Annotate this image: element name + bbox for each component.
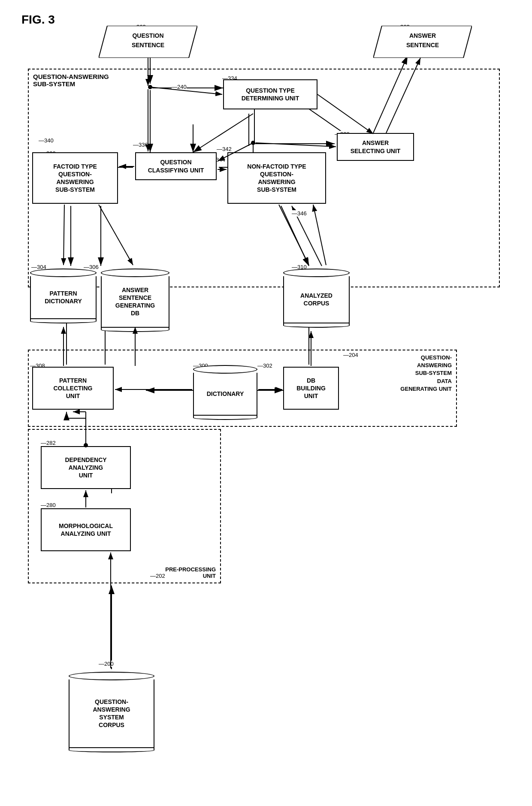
figure-label: FIG. 3: [21, 13, 55, 27]
morphological-analyzing-unit: MORPHOLOGICALANALYZING UNIT: [41, 508, 131, 551]
pattern-dictionary: PATTERNDICTIONARY: [30, 266, 97, 326]
qa-corpus: QUESTION-ANSWERINGSYSTEMCORPUS: [69, 669, 154, 755]
diagram: FIG. 3: [0, 0, 532, 806]
dependency-analyzing-unit: DEPENDENCYANALYZINGUNIT: [41, 446, 131, 489]
answer-sentence-box: ANSWER SENTENCE: [373, 26, 472, 58]
answer-selecting-unit: ANSWERSELECTING UNIT: [337, 133, 414, 161]
svg-text:SENTENCE: SENTENCE: [406, 42, 439, 48]
answer-sentence-db: ANSWERSENTENCEGENERATINGDB: [101, 266, 169, 335]
svg-text:ANSWER: ANSWER: [409, 32, 436, 39]
question-type-determining-unit: QUESTION TYPEDETERMINING UNIT: [223, 79, 317, 109]
dot-240: [148, 85, 152, 89]
ref-200: —200: [99, 661, 114, 667]
dictionary: DICTIONARY: [193, 362, 257, 423]
pattern-collecting-unit: PATTERNCOLLECTINGUNIT: [32, 367, 114, 410]
qa-data-generating-label: QUESTION-ANSWERINGSUB-SYSTEMDATAGENERATI…: [400, 354, 452, 393]
svg-text:SENTENCE: SENTENCE: [132, 42, 164, 48]
svg-text:QUESTION: QUESTION: [132, 32, 163, 39]
non-factoid-qa-subsystem: NON-FACTOID TYPEQUESTION-ANSWERINGSUB-SY…: [227, 152, 326, 204]
analyzed-corpus: ANALYZEDCORPUS: [283, 266, 350, 330]
pre-processing-label: PRE-PROCESSINGUNIT: [165, 566, 216, 579]
question-classifying-unit: QUESTIONCLASSIFYING UNIT: [135, 152, 217, 180]
dot-pre-processing: [84, 443, 88, 447]
dot-336: [251, 141, 255, 145]
qa-subsystem-label: QUESTION-ANSWERINGSUB-SYSTEM: [33, 73, 109, 88]
factoid-qa-subsystem: FACTOID TYPEQUESTION-ANSWERINGSUB-SYSTEM: [32, 152, 118, 204]
question-sentence-box: QUESTION SENTENCE: [99, 26, 197, 58]
db-building-unit: DBBUILDINGUNIT: [283, 367, 339, 410]
